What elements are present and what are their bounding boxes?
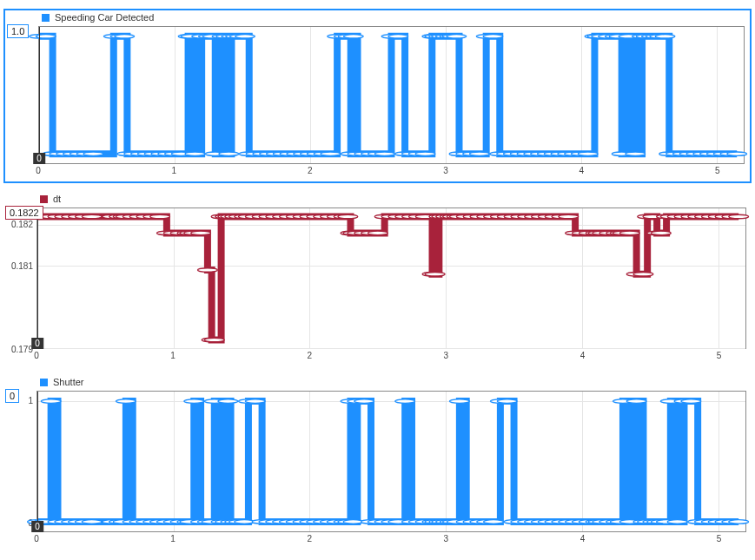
x-tick: 3 bbox=[444, 534, 449, 544]
legend-label: Speeding Car Detected bbox=[55, 12, 154, 23]
data-marker bbox=[184, 399, 204, 404]
y-axis bbox=[5, 26, 36, 164]
data-marker bbox=[343, 35, 363, 38]
legend[interactable]: dt bbox=[40, 194, 61, 204]
data-marker bbox=[667, 520, 687, 524]
data-marker bbox=[388, 35, 408, 38]
time-cursor-line[interactable] bbox=[37, 208, 38, 348]
data-marker bbox=[483, 35, 503, 38]
series-line bbox=[37, 401, 738, 522]
x-tick: 4 bbox=[580, 534, 586, 544]
x-axis: 012345 bbox=[36, 534, 746, 546]
y-axis: 01 bbox=[3, 391, 35, 532]
data-marker bbox=[235, 520, 255, 524]
data-marker bbox=[82, 520, 102, 524]
y-tick: 0.182 bbox=[3, 220, 33, 229]
data-marker bbox=[484, 520, 504, 524]
x-tick: 0 bbox=[34, 351, 39, 360]
legend-label: Shutter bbox=[53, 377, 83, 387]
data-marker bbox=[219, 152, 239, 155]
series-svg bbox=[37, 392, 745, 531]
time-cursor-badge[interactable]: 0 bbox=[33, 153, 45, 164]
cursor-value-badge[interactable]: 0 bbox=[5, 389, 19, 403]
data-marker bbox=[368, 231, 387, 235]
data-marker bbox=[447, 35, 467, 38]
legend[interactable]: Shutter bbox=[40, 377, 83, 387]
data-marker bbox=[204, 338, 224, 342]
plot-area[interactable]: 0 bbox=[36, 208, 746, 349]
data-marker bbox=[115, 35, 135, 38]
data-marker bbox=[116, 399, 136, 404]
data-marker bbox=[245, 399, 265, 404]
cursor-value-badge[interactable]: 0.1822 bbox=[5, 206, 43, 220]
scope-panel-2[interactable]: Shutter0100123450 bbox=[3, 375, 752, 550]
data-marker bbox=[559, 214, 579, 219]
x-tick: 3 bbox=[443, 166, 448, 175]
series-svg bbox=[39, 27, 744, 163]
x-tick: 0 bbox=[34, 534, 39, 544]
data-marker bbox=[497, 399, 517, 404]
data-marker bbox=[198, 268, 218, 273]
data-marker bbox=[338, 214, 358, 219]
series-line bbox=[39, 36, 737, 154]
legend-swatch bbox=[40, 195, 48, 203]
data-marker bbox=[681, 399, 701, 404]
y-tick: 0.179 bbox=[3, 345, 33, 354]
data-marker bbox=[82, 214, 102, 219]
y-tick: 0.181 bbox=[3, 261, 33, 271]
x-tick: 4 bbox=[580, 351, 586, 360]
scope-panel-1[interactable]: dt0.1790.1810.18200123450.1822 bbox=[3, 192, 752, 366]
data-marker bbox=[619, 231, 639, 235]
data-marker bbox=[729, 214, 749, 219]
data-marker bbox=[218, 399, 238, 404]
data-marker bbox=[470, 152, 490, 155]
data-marker bbox=[395, 399, 415, 404]
data-marker bbox=[185, 152, 205, 155]
data-marker bbox=[578, 152, 598, 155]
data-marker bbox=[425, 273, 445, 277]
scope-page: Speeding Car Detected00123451.0dt0.1790.… bbox=[0, 0, 755, 560]
data-marker bbox=[626, 399, 646, 404]
data-marker bbox=[415, 152, 435, 155]
x-tick: 3 bbox=[444, 351, 449, 360]
data-marker bbox=[729, 520, 749, 524]
legend-label: dt bbox=[53, 194, 61, 204]
x-axis: 012345 bbox=[36, 351, 746, 363]
data-marker bbox=[727, 152, 747, 155]
time-cursor-line[interactable] bbox=[39, 27, 40, 163]
x-tick: 2 bbox=[308, 166, 313, 175]
x-tick: 5 bbox=[717, 534, 722, 544]
x-tick: 5 bbox=[715, 166, 720, 175]
x-tick: 1 bbox=[170, 534, 176, 544]
data-marker bbox=[374, 152, 394, 155]
data-marker bbox=[651, 231, 671, 235]
series-svg bbox=[37, 208, 745, 348]
data-marker bbox=[41, 399, 61, 404]
plot-area[interactable]: 0 bbox=[38, 26, 745, 164]
cursor-value-badge[interactable]: 1.0 bbox=[7, 24, 29, 38]
x-tick: 1 bbox=[172, 166, 177, 175]
data-marker bbox=[343, 520, 363, 524]
legend-swatch bbox=[40, 379, 48, 386]
x-tick: 1 bbox=[170, 351, 176, 360]
data-marker bbox=[449, 399, 469, 404]
data-marker bbox=[191, 231, 211, 235]
time-cursor-line[interactable] bbox=[37, 392, 38, 531]
legend[interactable]: Speeding Car Detected bbox=[42, 12, 154, 23]
legend-swatch bbox=[42, 14, 50, 22]
time-cursor-badge[interactable]: 0 bbox=[31, 338, 43, 349]
plot-area[interactable]: 0 bbox=[36, 391, 746, 532]
data-marker bbox=[655, 35, 675, 38]
data-marker bbox=[83, 152, 103, 155]
scope-panel-0[interactable]: Speeding Car Detected00123451.0 bbox=[3, 9, 752, 183]
x-axis: 012345 bbox=[38, 166, 745, 178]
x-tick: 4 bbox=[579, 166, 585, 175]
time-cursor-badge[interactable]: 0 bbox=[31, 521, 43, 532]
x-tick: 0 bbox=[36, 166, 41, 175]
x-tick: 2 bbox=[307, 534, 312, 544]
data-marker bbox=[354, 399, 374, 404]
data-marker bbox=[633, 273, 653, 277]
data-marker bbox=[321, 152, 341, 155]
x-tick: 2 bbox=[307, 351, 312, 360]
data-marker bbox=[626, 152, 646, 155]
